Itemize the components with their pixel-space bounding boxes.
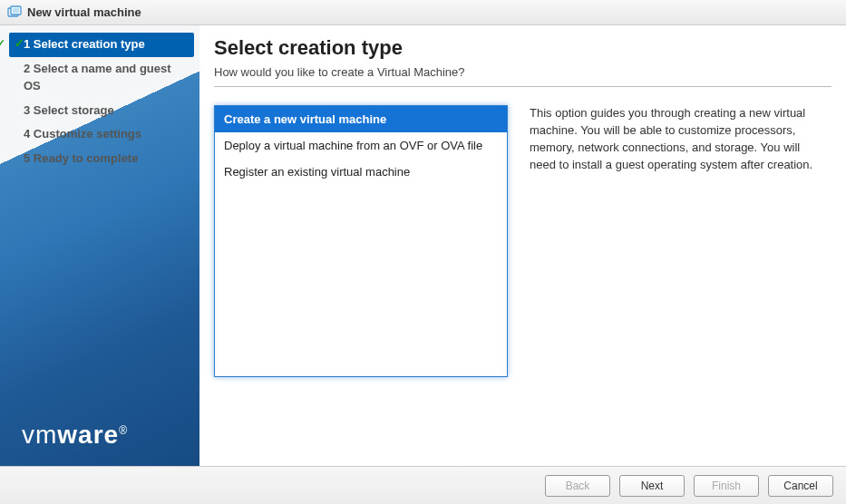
option-deploy-from-ovf[interactable]: Deploy a virtual machine from an OVF or …: [215, 132, 507, 159]
back-button[interactable]: Back: [545, 475, 610, 497]
option-register-existing-vm[interactable]: Register an existing virtual machine: [215, 159, 507, 185]
wizard-steps: ✓ 1 Select creation type 2 Select a name…: [0, 25, 199, 171]
wizard-sidebar: ✓ 1 Select creation type 2 Select a name…: [0, 25, 199, 466]
step-select-name-guest-os[interactable]: 2 Select a name and guest OS: [0, 57, 199, 99]
step-label: 1 Select creation type: [24, 37, 145, 51]
step-label: 2 Select a name and guest OS: [24, 62, 171, 92]
option-label: Create a new virtual machine: [224, 112, 386, 126]
page-title: Select creation type: [214, 36, 831, 60]
creation-option-list[interactable]: Create a new virtual machine Deploy a vi…: [214, 105, 508, 377]
main-panel: Select creation type How would you like …: [199, 25, 846, 466]
step-select-creation-type[interactable]: ✓ 1 Select creation type: [9, 33, 194, 57]
option-create-new-vm[interactable]: Create a new virtual machine: [215, 106, 507, 132]
titlebar: New virtual machine: [0, 0, 846, 25]
checkmark-icon: ✓: [15, 35, 24, 53]
wizard-footer: Back Next Finish Cancel: [0, 466, 846, 504]
next-button[interactable]: Next: [619, 475, 685, 497]
option-label: Deploy a virtual machine from an OVF or …: [224, 139, 482, 152]
finish-button[interactable]: Finish: [694, 475, 759, 497]
option-label: Register an existing virtual machine: [224, 165, 410, 179]
step-select-storage[interactable]: 3 Select storage: [0, 99, 199, 123]
brand-left: vm: [22, 421, 57, 449]
option-description: This option guides you through creating …: [530, 105, 831, 455]
svg-rect-2: [13, 8, 19, 13]
cancel-button[interactable]: Cancel: [768, 475, 833, 497]
step-label: 3 Select storage: [24, 103, 114, 117]
vm-icon: [7, 5, 22, 20]
step-label: 5 Ready to complete: [24, 151, 138, 165]
page-subtitle: How would you like to create a Virtual M…: [214, 65, 831, 87]
body-row: Create a new virtual machine Deploy a vi…: [214, 105, 831, 455]
vmware-logo: vmware®: [22, 421, 128, 450]
step-label: 4 Customize settings: [24, 127, 141, 141]
titlebar-title: New virtual machine: [27, 5, 141, 19]
step-ready-to-complete[interactable]: 5 Ready to complete: [0, 147, 199, 171]
step-customize-settings[interactable]: 4 Customize settings: [0, 122, 199, 147]
brand-right: ware: [57, 421, 119, 449]
brand-registered: ®: [119, 424, 128, 437]
content-area: ✓ 1 Select creation type 2 Select a name…: [0, 25, 846, 466]
